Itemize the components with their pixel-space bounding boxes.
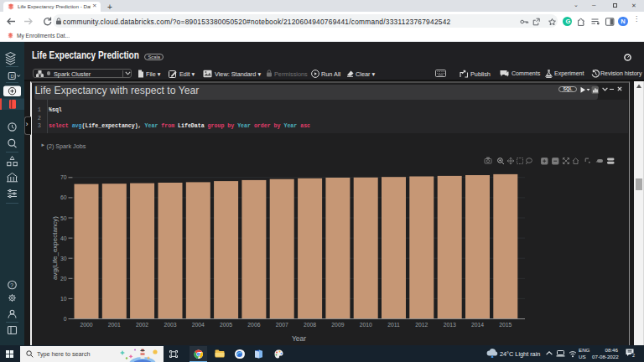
svg-text:2011: 2011 [387, 322, 400, 328]
svg-text:2007: 2007 [275, 322, 288, 328]
svg-text:Year: Year [291, 334, 305, 343]
svg-text:2013: 2013 [443, 322, 455, 328]
svg-text:2009: 2009 [331, 322, 344, 328]
svg-text:70: 70 [60, 174, 66, 180]
svg-text:2008: 2008 [304, 322, 316, 328]
svg-text:0: 0 [63, 316, 66, 322]
svg-text:2003: 2003 [164, 322, 176, 328]
svg-text:10: 10 [60, 296, 66, 302]
svg-text:2015: 2015 [499, 322, 512, 328]
svg-text:40: 40 [60, 235, 66, 241]
svg-text:avg(Life_expectancy): avg(Life_expectancy) [51, 216, 59, 280]
svg-text:2002: 2002 [136, 322, 148, 328]
svg-text:?: ? [10, 282, 13, 288]
svg-text:2012: 2012 [415, 322, 428, 328]
svg-text:20: 20 [60, 276, 66, 282]
svg-text:2010: 2010 [359, 322, 371, 328]
svg-text:50: 50 [60, 215, 66, 221]
svg-text:2: 2 [632, 353, 635, 358]
svg-text:2001: 2001 [107, 322, 120, 328]
svg-text:2000: 2000 [80, 322, 92, 328]
svg-text:2014: 2014 [470, 322, 483, 328]
svg-text:30: 30 [60, 256, 66, 261]
svg-text:2006: 2006 [247, 322, 260, 328]
svg-text:2005: 2005 [220, 322, 232, 328]
svg-text:60: 60 [60, 194, 66, 200]
svg-text:2004: 2004 [191, 322, 204, 328]
svg-text:D: D [10, 74, 14, 79]
